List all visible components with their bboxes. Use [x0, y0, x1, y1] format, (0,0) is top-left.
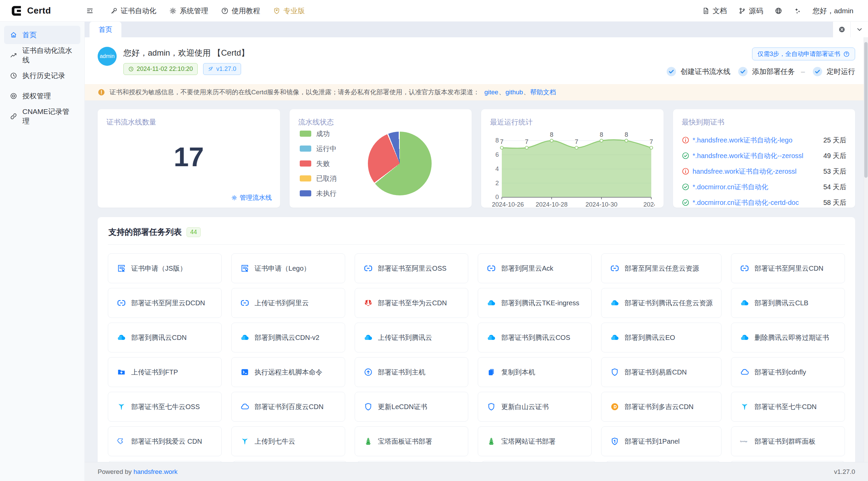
task-card[interactable]: 部署证书到腾讯云任意云资源: [601, 288, 722, 318]
alert-link[interactable]: 帮助文档: [530, 88, 556, 97]
brand[interactable]: Certd: [10, 4, 84, 17]
shield-icon: [363, 402, 373, 411]
legend-label: 未执行: [316, 189, 337, 198]
tencent-icon: [740, 333, 749, 342]
top-menu-item[interactable]: 专业版: [267, 0, 311, 22]
task-card[interactable]: 部署到腾讯云CLB: [731, 288, 845, 318]
task-card[interactable]: 上传证书到阿里云: [231, 288, 345, 318]
alert-link[interactable]: github: [506, 89, 523, 96]
task-card[interactable]: 宝塔面板证书部署: [355, 426, 469, 456]
task-card[interactable]: 部署证书到cdnfly: [731, 357, 845, 387]
task-card[interactable]: 复制到本机: [478, 357, 592, 387]
close-tabs-button[interactable]: [833, 22, 850, 37]
setup-step[interactable]: 定时运行: [812, 66, 855, 77]
step-separator: –: [801, 68, 805, 76]
task-card[interactable]: 上传证书到腾讯云: [355, 323, 469, 352]
top-menu-item[interactable]: 使用教程: [215, 0, 267, 22]
task-card[interactable]: 证书申请（Lego）: [231, 253, 345, 283]
task-card[interactable]: 部署证书至阿里云DCDN: [108, 288, 222, 318]
sidebar-collapse-icon[interactable]: [86, 7, 94, 15]
task-card[interactable]: 宝塔网站证书部署: [478, 426, 592, 456]
task-card[interactable]: 上传证书到FTP: [108, 357, 222, 387]
three-steps-tip[interactable]: 仅需3步，全自动申请部署证书: [752, 47, 855, 60]
top-menu-item[interactable]: 证书自动化: [104, 0, 163, 22]
task-card[interactable]: 更新LeCDN证书: [355, 392, 469, 422]
scrollbar-track[interactable]: [864, 37, 868, 462]
task-card[interactable]: 部署至阿里云任意云资源: [601, 253, 722, 283]
task-card[interactable]: 部署证书到多吉云CDN: [601, 392, 722, 422]
sidebar-item[interactable]: 授权管理: [4, 87, 80, 105]
task-card[interactable]: 部署证书至阿里云CDN: [731, 253, 845, 283]
task-card[interactable]: 部署证书到主机: [355, 357, 469, 387]
task-label: 部署证书至华为云CDN: [378, 299, 447, 308]
host-icon: [363, 367, 373, 377]
legend-item[interactable]: 成功: [300, 129, 337, 138]
sidebar-item[interactable]: 执行历史记录: [4, 66, 80, 85]
task-card[interactable]: 部署证书到我爱云 CDN: [108, 426, 222, 456]
task-card[interactable]: 部署到腾讯云TKE-ingress: [478, 288, 592, 318]
sidebar-item[interactable]: 首页: [4, 26, 80, 44]
version-badge: v1.27.0: [203, 63, 241, 75]
auth-icon: [10, 92, 17, 100]
topbar-tool[interactable]: 文档: [696, 0, 733, 22]
task-card[interactable]: 部署证书至七牛CDN: [731, 392, 845, 422]
task-label: 证书申请（JS版）: [131, 264, 186, 273]
task-card[interactable]: 部署证书到百度云CDN: [231, 392, 345, 422]
legend-item[interactable]: 未执行: [300, 189, 337, 198]
manage-pipelines-link[interactable]: 管理流水线: [231, 193, 272, 202]
task-label: 证书申请（Lego）: [255, 264, 311, 273]
cert-name-link[interactable]: *.docmirror.cn证书自动化-certd-doc: [693, 198, 818, 207]
top-menu-item[interactable]: 系统管理: [163, 0, 215, 22]
task-card[interactable]: 部署证书至华为云CDN: [355, 288, 469, 318]
sidebar-item[interactable]: CNAME记录管理: [4, 107, 80, 126]
legend-item[interactable]: 失败: [300, 159, 337, 168]
task-card[interactable]: 部署证书至阿里云OSS: [355, 253, 469, 283]
task-label: 复制到本机: [501, 368, 535, 377]
cert-name-link[interactable]: *.docmirror.cn证书自动化: [693, 182, 818, 192]
sidebar-item-label: 执行历史记录: [22, 71, 65, 80]
legend-item[interactable]: 已取消: [300, 174, 337, 183]
deploy-tasks-panel: 支持的部署任务列表 44 证书申请（JS版）: [98, 217, 855, 481]
task-card[interactable]: 部署证书至七牛云OSS: [108, 392, 222, 422]
cert-name-link[interactable]: handsfree.work证书自动化-zerossl: [693, 167, 818, 176]
task-card[interactable]: 上传到七牛云: [231, 426, 345, 456]
topbar-tool[interactable]: 源码: [733, 0, 769, 22]
task-label: 部署证书到易盾CDN: [625, 368, 687, 377]
handsfree-link[interactable]: handsfree.work: [134, 468, 178, 475]
task-card[interactable]: 执行远程主机脚本命令: [231, 357, 345, 387]
svg-text:2024-10-26: 2024-10-26: [492, 201, 524, 208]
task-card[interactable]: 部署证书到易盾CDN: [601, 357, 722, 387]
task-card[interactable]: 部署到阿里云Ack: [478, 253, 592, 283]
tab-home[interactable]: 首页: [90, 22, 121, 37]
topbar-tool[interactable]: [788, 0, 807, 22]
topbar-tool[interactable]: 您好，admin: [807, 0, 859, 22]
task-card[interactable]: 部署到腾讯云EO: [601, 323, 722, 352]
task-card[interactable]: 更新白山云证书: [478, 392, 592, 422]
task-card[interactable]: 部署到腾讯云CDN: [108, 323, 222, 352]
huawei-icon: [363, 298, 373, 308]
page-scroll-area[interactable]: admin 您好，admin，欢迎使用 【Certd】 2024-11-02 2…: [85, 37, 868, 481]
avatar[interactable]: admin: [98, 47, 117, 66]
scrollbar-thumb[interactable]: [864, 42, 868, 178]
vip-icon: [273, 7, 280, 15]
git-icon: [738, 7, 746, 15]
sidebar-item[interactable]: 证书自动化流水线: [4, 46, 80, 64]
task-card[interactable]: 部署到腾讯云CDN-v2: [231, 323, 345, 352]
cert-name-link[interactable]: *.handsfree.work证书自动化-lego: [693, 136, 818, 145]
footer-version: v1.27.0: [834, 468, 855, 476]
legend-item[interactable]: 运行中: [300, 144, 337, 153]
task-card[interactable]: 删除腾讯云即将过期证书: [731, 323, 845, 352]
task-card[interactable]: 证书申请（JS版）: [108, 253, 222, 283]
setup-step[interactable]: 添加部署任务: [738, 66, 795, 77]
task-card[interactable]: 部署证书到腾讯云COS: [478, 323, 592, 352]
setup-step[interactable]: 创建证书流水线: [666, 66, 730, 77]
sidebar-item-label: CNAME记录管理: [22, 107, 75, 126]
alert-link[interactable]: gitee: [484, 89, 498, 96]
task-card[interactable]: 部署证书到1Panel: [601, 426, 722, 456]
step-check-icon: [812, 66, 823, 77]
topbar-tool[interactable]: [769, 0, 788, 22]
task-card[interactable]: Synology 部署证书到群晖面板: [731, 426, 845, 456]
cert-name-link[interactable]: *.handsfree.work证书自动化--zerossl: [693, 151, 818, 160]
task-label: 宝塔面板证书部署: [378, 437, 432, 446]
tab-menu-button[interactable]: [850, 22, 868, 37]
